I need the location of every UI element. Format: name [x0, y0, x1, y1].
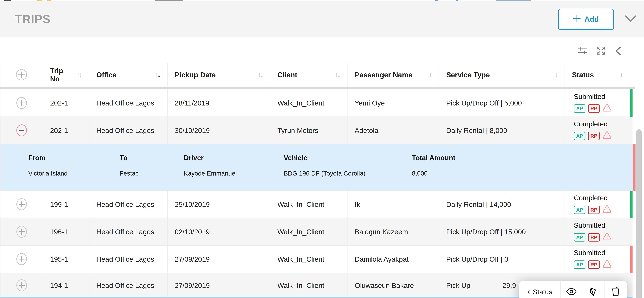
cell-client: Walk_In_Client — [270, 246, 348, 273]
sort-icon: ↑↓ — [422, 71, 431, 78]
header-shadow-band — [0, 87, 635, 89]
collapse-row-button[interactable] — [0, 117, 43, 144]
column-header-status[interactable]: Status ↑↓ — [565, 63, 630, 87]
top-edge-fragment — [37, 0, 42, 1]
expand-row-button[interactable] — [0, 273, 43, 298]
cell-service-type: Pick Up/Drop Off | 5,000 — [439, 89, 565, 117]
expanded-trip-detail: FromVictoria IslandToFestacDriverKayode … — [0, 144, 635, 191]
cell-status: SubmittedAPRP — [565, 246, 630, 273]
ap-badge: AP — [574, 261, 586, 269]
trash-icon — [612, 287, 620, 297]
trip-row-202-1: 202-1Head Office Lagos30/10/2019Tyrun Mo… — [0, 117, 635, 144]
cell-office: Head Office Lagos — [89, 117, 168, 144]
status-badges: APRP — [574, 104, 612, 114]
cell-service-type: Daily Rental | 14,000 — [439, 191, 565, 218]
warning-icon — [602, 232, 612, 242]
sort-icon-desc: ↑↓ — [151, 71, 160, 78]
detail-field-to: ToFestac — [120, 154, 128, 162]
chevron-down-icon[interactable] — [624, 14, 637, 23]
expand-row-icon — [16, 226, 28, 238]
row-action-bar: ‹ Status — [519, 281, 627, 298]
cell-passenger: Balogun Kazeem — [348, 218, 439, 246]
ap-badge: AP — [574, 104, 586, 113]
table-body: 202-1Head Office Lagos28/11/2019Walk_In_… — [0, 89, 635, 298]
cell-client: Walk_In_Client — [270, 191, 348, 218]
warning-icon — [602, 104, 612, 114]
detail-field-total-amount: Total Amount8,000 — [412, 154, 455, 162]
cell-trip-no: 194-1 — [43, 273, 89, 298]
cell-trip-no: 202-1 — [43, 89, 89, 117]
status-action-label: Status — [533, 288, 552, 296]
filter-settings-icon[interactable] — [578, 46, 587, 55]
cell-status: SubmittedAPRP — [565, 89, 630, 117]
rp-badge: RP — [588, 132, 600, 140]
expand-row-icon — [16, 279, 28, 292]
column-header-pickup-date[interactable]: Pickup Date ↑↓ — [168, 63, 270, 87]
eye-icon — [566, 288, 576, 296]
warning-icon — [602, 232, 612, 241]
column-header-office[interactable]: Office ↑↓ — [89, 63, 168, 87]
page-header: TRIPS Add — [0, 1, 644, 37]
amount-partial: 29,9 — [502, 281, 516, 290]
cell-client: Tyrun Motors — [270, 117, 348, 144]
rp-badge: RP — [588, 104, 600, 113]
expand-row-button[interactable] — [0, 191, 43, 218]
top-edge-fragment — [4, 0, 11, 1]
cell-office: Head Office Lagos — [89, 89, 168, 117]
row-status-bar-red — [630, 117, 632, 144]
warning-icon — [602, 131, 612, 141]
vertical-scrollbar-thumb[interactable] — [636, 129, 642, 298]
rp-badge: RP — [588, 206, 600, 214]
cell-pickup-date: 27/09/2019 — [168, 246, 270, 273]
expand-row-icon — [16, 198, 28, 211]
status-text: Completed — [574, 120, 608, 128]
status-text: Submitted — [574, 221, 606, 229]
column-header-passenger-name[interactable]: Passenger Name ↑↓ — [348, 63, 439, 87]
cell-passenger: Adetola — [348, 117, 439, 144]
trip-row-199-1: 199-1Head Office Lagos25/10/2019Walk_In_… — [0, 191, 635, 218]
cell-pickup-date: 25/10/2019 — [168, 191, 270, 218]
expand-row-button[interactable] — [0, 89, 43, 117]
trips-table: Trip No ↑↓ Office ↑↓ Pickup Date ↑↓ Clie… — [0, 63, 635, 298]
cell-client: Walk_In_Client — [270, 273, 348, 298]
plus-circle-icon — [16, 69, 27, 81]
top-edge-fragment — [48, 0, 51, 1]
add-button[interactable]: Add — [558, 9, 614, 30]
row-status-bar-red — [633, 144, 636, 191]
column-header-client[interactable]: Client ↑↓ — [270, 63, 348, 87]
warning-icon — [602, 260, 612, 268]
fullscreen-icon[interactable] — [596, 46, 605, 55]
cell-status: CompletedAPRP — [565, 117, 630, 144]
delete-button[interactable] — [604, 281, 627, 298]
column-header-trip-no[interactable]: Trip No ↑↓ — [43, 63, 89, 87]
plus-icon — [573, 14, 581, 24]
header-select-all[interactable] — [0, 63, 43, 87]
cell-passenger: Ik — [348, 191, 439, 218]
row-status-bar-green — [630, 218, 632, 246]
status-badges: APRP — [574, 232, 612, 242]
status-action-button[interactable]: ‹ Status — [519, 281, 560, 298]
top-edge-cutoff-strip — [0, 0, 644, 1]
cell-client: Walk_In_Client — [270, 218, 348, 246]
sort-icon: ↑↓ — [254, 71, 262, 78]
cell-trip-no: 202-1 — [43, 117, 89, 144]
status-badges: APRP — [574, 131, 612, 141]
cell-trip-no: 195-1 — [43, 246, 89, 273]
cell-pickup-date: 30/10/2019 — [168, 117, 270, 144]
expand-row-button[interactable] — [0, 246, 43, 273]
expand-row-button[interactable] — [0, 218, 43, 246]
sort-icon: ↑↓ — [331, 71, 340, 78]
ap-badge: AP — [574, 233, 586, 242]
cell-office: Head Office Lagos — [89, 246, 168, 273]
cell-passenger: Damilola Ayakpat — [348, 246, 439, 273]
edit-button[interactable] — [582, 281, 604, 298]
view-button[interactable] — [560, 281, 582, 298]
warning-icon — [602, 104, 612, 112]
column-header-service-type[interactable]: Service Type ↑↓ — [439, 63, 565, 87]
trip-row-196-1: 196-1Head Office Lagos02/10/2019Walk_In_… — [0, 218, 635, 246]
chevron-left-icon[interactable] — [616, 46, 621, 56]
cell-service-type: Daily Rental | 8,000 — [439, 117, 565, 144]
cell-status: CompletedAPRP — [565, 191, 630, 218]
rp-badge: RP — [588, 261, 600, 269]
status-text: Completed — [574, 194, 608, 202]
